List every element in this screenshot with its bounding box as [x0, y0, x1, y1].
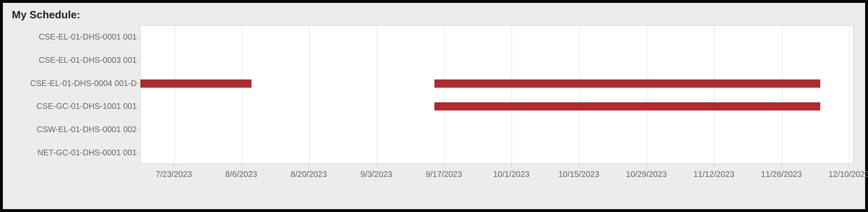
x-axis-label: 8/6/2023 [225, 170, 257, 179]
y-axis-label: CSW-EL-01-DHS-0001 002 [37, 125, 137, 134]
gridline [174, 26, 175, 163]
x-axis-label: 9/3/2023 [361, 170, 392, 179]
x-axis-label: 11/26/2023 [761, 170, 802, 179]
gantt-chart: CSE-EL-01-DHS-0001 001CSE-EL-01-DHS-0003… [10, 25, 858, 197]
x-axis-label: 11/12/2023 [693, 170, 734, 179]
gantt-bar[interactable] [140, 80, 251, 88]
gridline [782, 26, 782, 163]
gridline [242, 26, 242, 163]
gridline [579, 26, 580, 163]
gridline [512, 26, 512, 163]
gridline [647, 26, 647, 163]
x-axis-label: 9/17/2023 [426, 170, 462, 179]
x-axis: 7/23/20238/6/20238/20/20239/3/20239/17/2… [140, 164, 854, 197]
y-axis-labels: CSE-EL-01-DHS-0001 001CSE-EL-01-DHS-0003… [10, 25, 137, 164]
x-axis-label: 12/10/2023 [828, 170, 868, 179]
gantt-bar[interactable] [434, 102, 820, 110]
gantt-bar[interactable] [434, 80, 820, 88]
gridline [444, 26, 445, 163]
y-axis-label: CSE-EL-01-DHS-0004 001-D [30, 78, 137, 88]
y-axis-label: NET-GC-01-DHS-0001 001 [38, 148, 137, 157]
x-axis-label: 10/29/2023 [626, 170, 667, 179]
plot-area [140, 25, 854, 164]
x-axis-label: 10/15/2023 [559, 170, 599, 179]
gridline [849, 26, 850, 163]
gridline [377, 26, 377, 163]
schedule-panel: My Schedule: CSE-EL-01-DHS-0001 001CSE-E… [0, 0, 868, 212]
gridline [714, 26, 714, 163]
page-title: My Schedule: [12, 9, 858, 21]
x-axis-label: 8/20/2023 [291, 170, 327, 179]
y-axis-label: CSE-EL-01-DHS-0001 001 [39, 32, 137, 42]
y-axis-label: CSE-EL-01-DHS-0003 001 [39, 55, 137, 65]
gridline [309, 26, 309, 163]
x-axis-label: 10/1/2023 [493, 170, 530, 179]
y-axis-label: CSE-GC-01-DHS-1001 001 [36, 102, 137, 111]
x-axis-label: 7/23/2023 [156, 170, 192, 179]
